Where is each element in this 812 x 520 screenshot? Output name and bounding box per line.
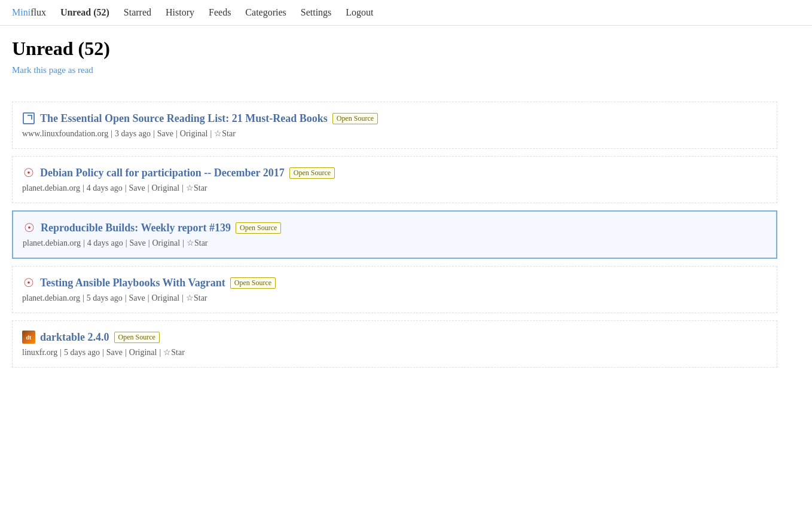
swirl-icon: ☉ [22,276,35,289]
category-badge: Open Source [114,332,160,343]
separator: | [60,348,62,357]
separator: | [83,183,84,193]
mark-read-link[interactable]: Mark this page as read [12,65,93,75]
feed-icon-debian: ☉ [22,276,35,289]
nav-feeds[interactable]: Feeds [209,7,231,18]
separator: | [153,129,155,139]
separator: | [182,183,184,193]
brand-flux: flux [30,7,46,17]
feed-item-title-row: dt darktable 2.4.0 Open Source [22,331,767,344]
feed-item-meta: planet.debian.org | 4 days ago | Save | … [22,183,767,193]
feed-icon-darktable: dt [22,331,35,344]
star-link[interactable]: Star [194,238,208,248]
separator: | [148,238,150,248]
separator: | [111,129,112,139]
feed-source: planet.debian.org [22,183,80,193]
star-link[interactable]: Star [194,183,207,193]
feed-list: The Essential Open Source Reading List: … [12,102,777,375]
star-link[interactable]: Star [171,348,185,357]
feed-item-title-link[interactable]: Testing Ansible Playbooks With Vagrant [40,277,225,289]
separator: | [176,129,178,139]
page-title: Unread (52) [12,38,777,60]
star-icon: ☆ [187,238,194,248]
feed-item-title-link[interactable]: The Essential Open Source Reading List: … [40,112,328,125]
nav-starred[interactable]: Starred [124,7,151,18]
feed-item-title-row: The Essential Open Source Reading List: … [22,112,767,125]
feed-item-title-row: ☉ Debian Policy call for participation -… [22,166,767,179]
save-link[interactable]: Save [129,238,145,248]
separator: | [125,293,127,303]
nav-unread[interactable]: Unread (52) [60,7,109,18]
save-link[interactable]: Save [106,348,123,357]
separator: | [83,238,85,248]
feed-source: planet.debian.org [22,293,80,303]
category-badge: Open Source [230,277,276,289]
separator: | [83,293,84,303]
separator: | [102,348,104,357]
feed-item-title-link[interactable]: Reproducible Builds: Weekly report #139 [41,222,231,234]
feed-source: www.linuxfoundation.org [22,129,108,139]
feed-item-title-link[interactable]: Debian Policy call for participation -- … [40,167,285,179]
separator: | [182,293,184,303]
save-link[interactable]: Save [129,183,145,193]
separator: | [210,129,212,139]
feed-item: The Essential Open Source Reading List: … [12,102,777,149]
feed-item: ☉ Debian Policy call for participation -… [12,156,777,203]
original-link[interactable]: Original [151,293,179,303]
save-link[interactable]: Save [129,293,145,303]
separator: | [125,183,127,193]
feed-source: linuxfr.org [22,348,57,357]
category-badge: Open Source [289,167,335,179]
swirl-icon: ☉ [23,221,36,234]
star-link[interactable]: Star [194,293,207,303]
feed-item-active: ☉ Reproducible Builds: Weekly report #13… [12,210,777,259]
feed-item-title-link[interactable]: darktable 2.4.0 [40,331,109,344]
feed-item-meta: linuxfr.org | 5 days ago | Save | Origin… [22,347,767,357]
original-link[interactable]: Original [129,348,157,357]
save-link[interactable]: Save [157,129,173,139]
separator: | [126,238,127,248]
brand-mini: Mini [12,7,30,17]
feed-age: 4 days ago [87,183,123,193]
nav-categories[interactable]: Categories [245,7,286,18]
original-link[interactable]: Original [152,238,180,248]
feed-item-title-row: ☉ Testing Ansible Playbooks With Vagrant… [22,276,767,289]
feed-icon-debian: ☉ [23,221,36,234]
nav-history[interactable]: History [166,7,194,18]
separator: | [148,293,149,303]
square-icon [23,112,35,124]
separator: | [182,238,184,248]
original-link[interactable]: Original [151,183,179,193]
feed-source: planet.debian.org [23,238,81,248]
category-badge: Open Source [236,222,281,234]
feed-age: 3 days ago [115,129,151,139]
main-nav: Miniflux Unread (52) Starred History Fee… [0,0,812,26]
feed-item: ☉ Testing Ansible Playbooks With Vagrant… [12,266,777,313]
feed-item-meta: www.linuxfoundation.org | 3 days ago | S… [22,129,767,139]
star-icon: ☆ [186,293,194,303]
star-link[interactable]: Star [222,129,236,139]
nav-logout[interactable]: Logout [346,7,373,18]
feed-item-title-row: ☉ Reproducible Builds: Weekly report #13… [23,221,767,234]
star-icon: ☆ [186,183,194,193]
feed-item-meta: planet.debian.org | 5 days ago | Save | … [22,293,767,303]
darktable-icon: dt [22,331,35,344]
nav-settings[interactable]: Settings [301,7,332,18]
feed-age: 4 days ago [87,238,123,248]
brand: Miniflux [12,7,46,18]
original-link[interactable]: Original [180,129,208,139]
feed-age: 5 days ago [64,348,100,357]
feed-icon-linuxfoundation [22,112,35,125]
category-badge: Open Source [332,113,378,124]
main-content: Unread (52) Mark this page as read The E… [0,26,789,387]
feed-icon-debian: ☉ [22,166,35,179]
feed-item-meta: planet.debian.org | 4 days ago | Save | … [23,238,767,248]
separator: | [125,348,127,357]
feed-item: dt darktable 2.4.0 Open Source linuxfr.o… [12,320,777,368]
star-icon: ☆ [214,129,222,139]
swirl-icon: ☉ [22,166,35,179]
separator: | [148,183,149,193]
feed-age: 5 days ago [87,293,123,303]
separator: | [159,348,161,357]
star-icon: ☆ [163,347,171,357]
